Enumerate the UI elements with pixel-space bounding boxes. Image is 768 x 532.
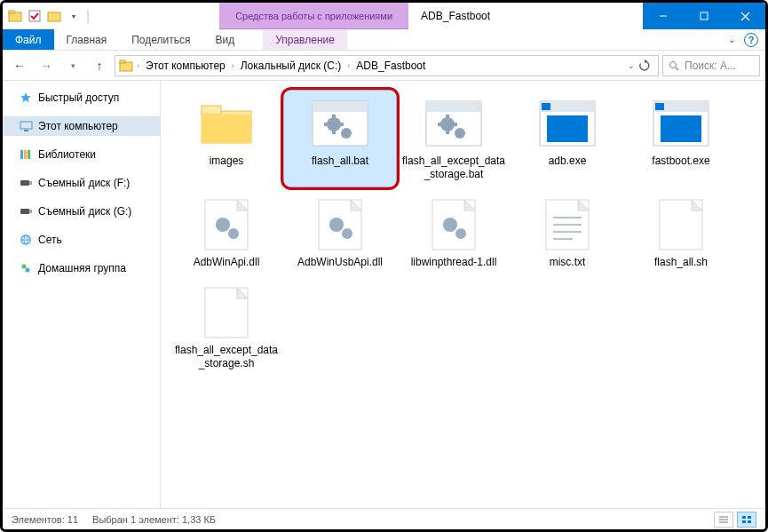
file-item[interactable]: AdbWinApi.dll — [170, 191, 283, 275]
dll-icon — [192, 197, 261, 252]
file-item[interactable]: flash_all.bat — [283, 90, 397, 187]
usb-drive-icon — [19, 204, 33, 218]
tab-view[interactable]: Вид — [202, 29, 247, 50]
nav-up-button[interactable]: ↑ — [88, 54, 111, 77]
svg-point-39 — [440, 117, 455, 131]
view-details-button[interactable] — [714, 512, 733, 528]
qat-dropdown-icon[interactable]: ▾ — [67, 9, 81, 23]
file-item[interactable]: fastboot.exe — [624, 90, 738, 187]
svg-point-24 — [22, 265, 27, 269]
chevron-right-icon[interactable]: › — [135, 61, 141, 70]
usb-drive-icon — [19, 176, 33, 190]
file-name: flash_all.bat — [312, 155, 368, 168]
nav-back-button[interactable]: ← — [8, 54, 31, 77]
ribbon-collapse-icon[interactable]: ⌄ — [728, 35, 735, 44]
file-item[interactable]: flash_all.sh — [624, 191, 738, 275]
nav-label: Съемный диск (G:) — [38, 205, 131, 218]
breadcrumb-item[interactable]: ADB_Fastboot — [353, 60, 428, 72]
svg-rect-13 — [24, 130, 28, 131]
svg-rect-34 — [332, 130, 336, 134]
svg-point-55 — [228, 228, 239, 239]
sh-icon — [646, 197, 716, 252]
svg-point-57 — [329, 218, 344, 232]
view-icons-button[interactable] — [737, 512, 756, 528]
nav-label: Этот компьютер — [38, 120, 118, 132]
window-title: ADB_Fastboot — [408, 3, 643, 29]
nav-removable-g[interactable]: Съемный диск (G:) — [3, 202, 160, 221]
nav-this-pc[interactable]: Этот компьютер — [3, 116, 160, 136]
file-list[interactable]: imagesflash_all.batflash_all_except_data… — [161, 81, 765, 508]
nav-label: Библиотеки — [38, 148, 96, 161]
help-icon[interactable]: ? — [744, 33, 758, 47]
svg-point-32 — [341, 128, 352, 139]
svg-line-11 — [676, 67, 678, 70]
title-bar: ▾ | Средства работы с приложениями ADB_F… — [3, 3, 765, 29]
nav-homegroup[interactable]: Домашняя группа — [3, 258, 160, 278]
svg-point-25 — [26, 268, 30, 273]
exe-icon — [646, 96, 716, 151]
nav-libraries[interactable]: Библиотеки — [3, 145, 160, 164]
nav-recent-button[interactable]: ▾ — [61, 54, 84, 77]
tab-share[interactable]: Поделиться — [119, 29, 202, 50]
nav-network[interactable]: Сеть — [3, 230, 160, 250]
svg-rect-16 — [28, 150, 30, 159]
tab-manage[interactable]: Управление — [263, 29, 347, 50]
svg-rect-51 — [655, 103, 664, 110]
svg-rect-5 — [701, 12, 708, 20]
file-name: AdbWinApi.dll — [194, 256, 260, 269]
file-item[interactable]: flash_all_except_data_storage.bat — [397, 90, 511, 187]
status-item-count: Элементов: 11 — [12, 514, 78, 525]
svg-point-61 — [455, 228, 466, 239]
tab-file[interactable]: Файл — [3, 29, 54, 50]
dll-icon — [305, 197, 375, 252]
maximize-button[interactable] — [684, 3, 724, 29]
address-dropdown-icon[interactable]: ⌄ — [628, 61, 635, 70]
svg-point-10 — [670, 61, 677, 67]
svg-rect-30 — [313, 101, 368, 112]
file-item[interactable]: flash_all_except_data_storage.sh — [170, 279, 283, 377]
svg-point-60 — [443, 218, 457, 232]
nav-label: Съемный диск (F:) — [38, 177, 130, 189]
svg-rect-3 — [48, 12, 60, 21]
nav-label: Домашняя группа — [38, 262, 126, 274]
svg-rect-15 — [24, 150, 27, 159]
file-name: fastboot.exe — [652, 155, 709, 168]
svg-rect-38 — [426, 101, 481, 112]
chevron-right-icon[interactable]: › — [345, 61, 352, 70]
file-item[interactable]: libwinpthread-1.dll — [397, 191, 511, 275]
nav-label: Быстрый доступ — [38, 91, 119, 104]
search-input[interactable]: Поиск: A... — [662, 55, 760, 76]
file-item[interactable]: AdbWinUsbApi.dll — [283, 191, 397, 275]
breadcrumb-bar[interactable]: › Этот компьютер › Локальный диск (C:) ›… — [115, 55, 659, 76]
nav-removable-f[interactable]: Съемный диск (F:) — [3, 173, 160, 193]
nav-forward-button[interactable]: → — [35, 54, 58, 77]
network-icon — [19, 233, 33, 247]
svg-rect-36 — [339, 123, 344, 126]
status-selection: Выбран 1 элемент: 1,33 КБ — [92, 514, 216, 525]
file-item[interactable]: misc.txt — [511, 191, 624, 275]
qat-folder-icon[interactable] — [47, 9, 61, 23]
nav-quick-access[interactable]: Быстрый доступ — [3, 88, 160, 107]
libraries-icon — [19, 147, 33, 162]
tab-home[interactable]: Главная — [54, 29, 120, 50]
file-name: misc.txt — [550, 256, 586, 269]
folder-icon — [119, 59, 133, 73]
homegroup-icon — [19, 261, 33, 275]
svg-rect-74 — [742, 520, 746, 523]
file-item[interactable]: images — [170, 90, 283, 187]
file-item[interactable]: adb.exe — [511, 90, 624, 187]
svg-rect-17 — [20, 180, 29, 186]
qat-checkbox-icon[interactable] — [28, 9, 42, 23]
file-name: flash_all_except_data_storage.sh — [174, 344, 279, 370]
svg-rect-73 — [748, 516, 751, 519]
refresh-icon[interactable] — [638, 60, 651, 72]
breadcrumb-item[interactable]: Локальный диск (C:) — [238, 60, 344, 72]
close-button[interactable] — [724, 3, 765, 29]
chevron-right-icon[interactable]: › — [230, 61, 236, 70]
explorer-icon — [8, 9, 22, 23]
search-placeholder: Поиск: A... — [685, 60, 736, 72]
pc-icon — [19, 119, 33, 133]
nav-label: Сеть — [38, 234, 62, 246]
minimize-button[interactable] — [643, 3, 684, 29]
breadcrumb-item[interactable]: Этот компьютер — [143, 60, 228, 72]
